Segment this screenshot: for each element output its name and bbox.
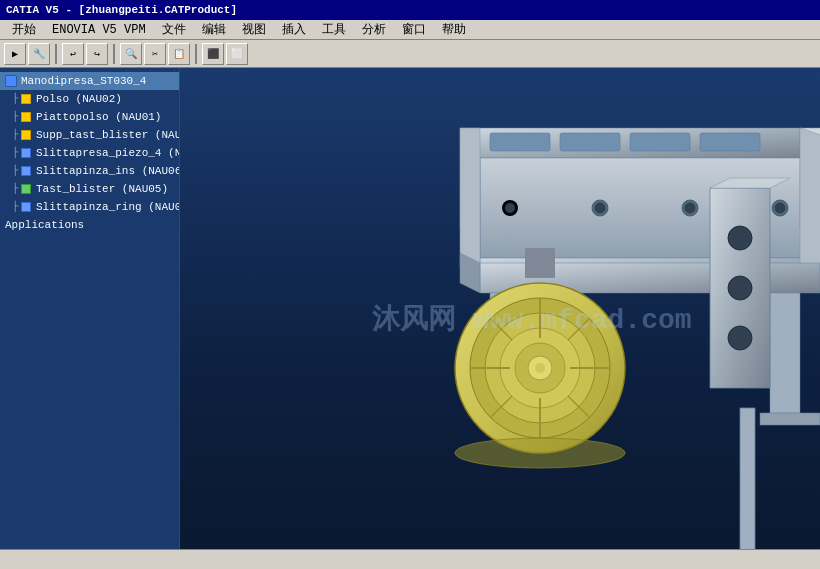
tree-item-7[interactable]: Applications [0, 216, 179, 234]
tree-connector: ├ [12, 199, 18, 215]
menu-item-帮助[interactable]: 帮助 [434, 20, 474, 39]
tree-item-label-2: Supp_tast_blister (NAU03) [36, 127, 180, 143]
tree-root[interactable]: Manodipresa_ST030_4 [0, 72, 179, 90]
svg-rect-5 [560, 133, 620, 151]
tree-item-4[interactable]: ├ Slittapinza_ins (NAU06) [0, 162, 179, 180]
menu-item-编辑[interactable]: 编辑 [194, 20, 234, 39]
model-svg [180, 68, 820, 569]
titlebar: CATIA V5 - [zhuangpeiti.CATProduct] [0, 0, 820, 20]
svg-point-13 [685, 203, 695, 213]
toolbar-sep-3 [195, 44, 197, 64]
tree-item-5[interactable]: ├ Tast_blister (NAU05) [0, 180, 179, 198]
tree-item-label-6: Slittapinza_ring (NAU08) [36, 199, 180, 215]
tree-connector: ├ [12, 145, 18, 161]
tree-connector: ├ [12, 127, 18, 143]
tree-item-icon-3 [19, 146, 33, 160]
tree-item-icon-1 [19, 110, 33, 124]
tree-item-2[interactable]: ├ Supp_tast_blister (NAU03) [0, 126, 179, 144]
tree-item-label-1: Piattopolso (NAU01) [36, 109, 161, 125]
tree-connector: ├ [12, 91, 18, 107]
menu-item-视图[interactable]: 视图 [234, 20, 274, 39]
toolbar-btn-2[interactable]: 🔧 [28, 43, 50, 65]
toolbar-btn-9[interactable]: ⬜ [226, 43, 248, 65]
toolbar-btn-1[interactable]: ▶ [4, 43, 26, 65]
menu-item-ENOVIA V5 VPM[interactable]: ENOVIA V5 VPM [44, 20, 154, 39]
svg-point-9 [505, 203, 515, 213]
viewport-3d[interactable]: 沐风网 www.mfcad.com [180, 68, 820, 569]
toolbar: ▶ 🔧 ↩ ↪ 🔍 ✂ 📋 ⬛ ⬜ [0, 40, 820, 68]
tree-item-icon-2 [19, 128, 33, 142]
tree-item-label-4: Slittapinza_ins (NAU06) [36, 163, 180, 179]
svg-point-45 [728, 226, 752, 250]
menu-item-开始[interactable]: 开始 [4, 20, 44, 39]
menu-item-分析[interactable]: 分析 [354, 20, 394, 39]
svg-point-32 [535, 363, 545, 373]
tree-item-icon-0 [19, 92, 33, 106]
svg-point-41 [455, 438, 625, 468]
menu-item-工具[interactable]: 工具 [314, 20, 354, 39]
toolbar-btn-8[interactable]: ⬛ [202, 43, 224, 65]
tree-item-6[interactable]: ├ Slittapinza_ring (NAU08) [0, 198, 179, 216]
svg-rect-4 [490, 133, 550, 151]
svg-point-11 [595, 203, 605, 213]
tree-item-label-0: Polso (NAU02) [36, 91, 122, 107]
tree-connector: ├ [12, 181, 18, 197]
statusbar [0, 549, 820, 569]
tree-item-label-5: Tast_blister (NAU05) [36, 181, 168, 197]
tree-item-0[interactable]: ├ Polso (NAU02) [0, 90, 179, 108]
tree-item-label-3: Slittapresa_piezo_4 (NAU04) [36, 145, 180, 161]
svg-point-46 [728, 276, 752, 300]
tree-item-1[interactable]: ├ Piattopolso (NAU01) [0, 108, 179, 126]
tree-root-icon [4, 74, 18, 88]
toolbar-btn-4[interactable]: ↪ [86, 43, 108, 65]
svg-point-47 [728, 326, 752, 350]
toolbar-btn-5[interactable]: 🔍 [120, 43, 142, 65]
tree-item-3[interactable]: ├ Slittapresa_piezo_4 (NAU04) [0, 144, 179, 162]
svg-rect-25 [760, 413, 820, 425]
svg-point-15 [775, 203, 785, 213]
tree-connector: ├ [12, 163, 18, 179]
tree-root-label: Manodipresa_ST030_4 [21, 73, 146, 89]
titlebar-text: CATIA V5 - [zhuangpeiti.CATProduct] [6, 4, 237, 16]
toolbar-sep-1 [55, 44, 57, 64]
menu-item-窗口[interactable]: 窗口 [394, 20, 434, 39]
menubar: 开始ENOVIA V5 VPM文件编辑视图插入工具分析窗口帮助 [0, 20, 820, 40]
svg-rect-48 [740, 408, 755, 568]
tree-connector: ├ [12, 109, 18, 125]
main-area: Manodipresa_ST030_4 ├ Polso (NAU02) ├ Pi… [0, 68, 820, 569]
menu-item-文件[interactable]: 文件 [154, 20, 194, 39]
tree-item-icon-6 [19, 200, 33, 214]
toolbar-btn-7[interactable]: 📋 [168, 43, 190, 65]
toolbar-sep-2 [113, 44, 115, 64]
toolbar-btn-6[interactable]: ✂ [144, 43, 166, 65]
tree-item-icon-4 [19, 164, 33, 178]
tree-panel: Manodipresa_ST030_4 ├ Polso (NAU02) ├ Pi… [0, 68, 180, 569]
tree-item-label-7: Applications [5, 217, 84, 233]
svg-rect-7 [700, 133, 760, 151]
menu-item-插入[interactable]: 插入 [274, 20, 314, 39]
tree-item-icon-5 [19, 182, 33, 196]
svg-rect-23 [770, 293, 800, 413]
svg-rect-42 [525, 248, 555, 278]
toolbar-btn-3[interactable]: ↩ [62, 43, 84, 65]
svg-rect-6 [630, 133, 690, 151]
